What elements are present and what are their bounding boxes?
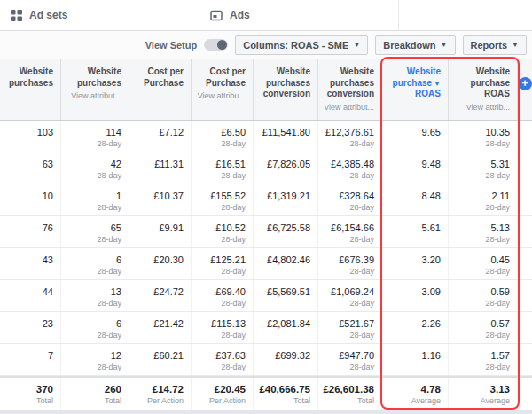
cell-value: £699.32 bbox=[255, 350, 310, 361]
column-header-cost-per-purchase-attr[interactable]: Cost per Purchase View attribu... bbox=[191, 59, 253, 120]
tab-bar: Ad sets Ads bbox=[0, 0, 532, 31]
breakdown-dropdown[interactable]: Breakdown ▼ bbox=[375, 35, 455, 55]
cell-attribution-window: 28-day bbox=[63, 267, 121, 276]
cell-value: 23 bbox=[2, 318, 53, 329]
table-cell: £4,802.46 bbox=[253, 248, 317, 279]
add-column-button[interactable]: + bbox=[519, 77, 532, 90]
cell-value: 2.26 bbox=[384, 318, 441, 329]
footer-cell: 3.13Average bbox=[448, 378, 517, 410]
table-row: 10 128-day £10.37 £155.5228-day £1,319.2… bbox=[0, 184, 532, 216]
attribution-link[interactable]: View attribut... bbox=[321, 103, 374, 113]
footer-cell: £40,666.75Total bbox=[253, 378, 317, 410]
footer-cell: 4.78Average bbox=[381, 378, 448, 410]
table-cell: 2.26 bbox=[381, 312, 448, 343]
table-cell-filler bbox=[517, 280, 532, 311]
chevron-down-icon: ▼ bbox=[512, 42, 519, 49]
table-cell: 0.5728-day bbox=[448, 312, 517, 343]
table-cell: £4,385.4828-day bbox=[317, 152, 381, 184]
column-header-purchase-roas-sorted[interactable]: Website purchase▼ ROAS bbox=[381, 59, 448, 120]
cell-value: £6,154.66 bbox=[320, 223, 374, 233]
chevron-down-icon: ▼ bbox=[441, 42, 448, 49]
table-row: 23 628-day £21.42 £115.1328-day £2,081.8… bbox=[0, 312, 532, 344]
attribution-link[interactable]: View attribu... bbox=[194, 91, 246, 101]
cell-attribution-window: 28-day bbox=[320, 363, 374, 371]
cell-value: £1,069.24 bbox=[320, 286, 374, 297]
cell-attribution-window: 28-day bbox=[63, 139, 121, 148]
cell-value: £4,385.48 bbox=[320, 159, 374, 169]
table-cell: £676.3928-day bbox=[317, 248, 381, 279]
toolbar: View Setup Columns: ROAS - SME ▼ Breakdo… bbox=[0, 31, 532, 59]
cell-value: 1.16 bbox=[384, 350, 441, 361]
cell-value: 6 bbox=[63, 254, 121, 265]
cell-value: 103 bbox=[2, 127, 53, 137]
table-cell: 628-day bbox=[60, 312, 129, 343]
view-setup-label: View Setup bbox=[145, 40, 197, 51]
table-cell: 0.4528-day bbox=[448, 248, 517, 279]
chevron-down-icon: ▼ bbox=[353, 42, 360, 49]
cell-value: £2,081.84 bbox=[255, 318, 310, 329]
cell-value: £521.67 bbox=[320, 318, 374, 329]
footer-cell-filler bbox=[517, 378, 532, 410]
table-cell: 44 bbox=[0, 280, 60, 311]
tab-ad-sets[interactable]: Ad sets bbox=[0, 0, 200, 30]
cell-attribution-window: 28-day bbox=[63, 299, 121, 308]
cell-value: £69.40 bbox=[193, 286, 246, 297]
table-cell: 1.5728-day bbox=[448, 344, 517, 375]
cell-value: 13 bbox=[63, 286, 121, 297]
column-header-purchases-conversion[interactable]: Website purchases conversion bbox=[253, 59, 317, 120]
table-cell: 43 bbox=[0, 248, 60, 279]
table-cell: £21.42 bbox=[129, 312, 191, 343]
table-cell: 76 bbox=[0, 216, 60, 247]
cell-value: £6.50 bbox=[193, 127, 246, 137]
view-setup-toggle[interactable] bbox=[204, 39, 228, 51]
table-cell: 9.48 bbox=[381, 152, 448, 184]
cell-value: 1 bbox=[63, 191, 121, 201]
tab-ad-sets-label: Ad sets bbox=[29, 9, 67, 21]
table-cell: 2.1128-day bbox=[448, 184, 517, 215]
table-cell: 103 bbox=[0, 121, 60, 152]
cell-attribution-window: 28-day bbox=[63, 235, 121, 244]
columns-dropdown[interactable]: Columns: ROAS - SME ▼ bbox=[235, 35, 368, 55]
cell-attribution-window: 28-day bbox=[193, 331, 246, 340]
table-cell: £125.2128-day bbox=[191, 248, 253, 279]
footer-cell: £14.72Per Action bbox=[129, 378, 191, 410]
cell-value: 9.65 bbox=[384, 127, 441, 137]
cell-attribution-window: 28-day bbox=[320, 299, 374, 308]
attribution-link[interactable]: View attribut... bbox=[64, 91, 121, 101]
tab-ads[interactable]: Ads bbox=[200, 0, 399, 30]
column-header-purchase-roas-attr[interactable]: Website purchase ROAS View attrib... bbox=[448, 59, 517, 120]
table-cell: £37.6328-day bbox=[191, 344, 253, 375]
cell-value: 0.45 bbox=[450, 254, 510, 265]
reports-dropdown[interactable]: Reports ▼ bbox=[463, 35, 527, 55]
column-header-cost-per-purchase[interactable]: Cost per Purchase bbox=[129, 59, 191, 120]
cell-value: £115.13 bbox=[193, 318, 246, 329]
cell-attribution-window: 28-day bbox=[320, 267, 374, 276]
table-cell: £115.1328-day bbox=[191, 312, 253, 343]
cell-value: 3.09 bbox=[384, 286, 441, 297]
attribution-link[interactable]: View attrib... bbox=[451, 103, 510, 113]
cell-value: £24.72 bbox=[131, 286, 184, 297]
cell-attribution-window: 28-day bbox=[450, 235, 510, 244]
cell-attribution-window: 28-day bbox=[193, 363, 246, 371]
table-cell-filler bbox=[517, 184, 532, 215]
table-cell: £11,541.80 bbox=[253, 121, 317, 152]
column-header-purchases-conversion-attr[interactable]: Website purchases conversion View attrib… bbox=[317, 59, 381, 120]
table-cell: £1,319.21 bbox=[253, 184, 317, 215]
column-header-website-purchases[interactable]: Website purchases bbox=[0, 59, 60, 120]
table-cell: 1.16 bbox=[381, 344, 448, 375]
table-cell: 0.5928-day bbox=[448, 280, 517, 311]
table-cell: £2,081.84 bbox=[253, 312, 317, 343]
table-cell: £10.5228-day bbox=[191, 216, 253, 247]
cell-value: £21.42 bbox=[131, 318, 184, 329]
cell-value: £7.12 bbox=[131, 127, 184, 137]
cell-attribution-window: 28-day bbox=[320, 203, 374, 212]
column-header-website-purchases-attr[interactable]: Website purchases View attribut... bbox=[60, 59, 129, 120]
cell-value: £9.91 bbox=[131, 223, 184, 233]
horizontal-scrollbar[interactable] bbox=[0, 410, 532, 414]
table-cell: £24.72 bbox=[129, 280, 191, 311]
table-cell-filler bbox=[517, 152, 532, 184]
ads-card-icon bbox=[210, 10, 223, 21]
table-cell: £20.30 bbox=[129, 248, 191, 279]
cell-attribution-window: 28-day bbox=[450, 139, 510, 148]
table-cell: 9.65 bbox=[381, 121, 448, 152]
